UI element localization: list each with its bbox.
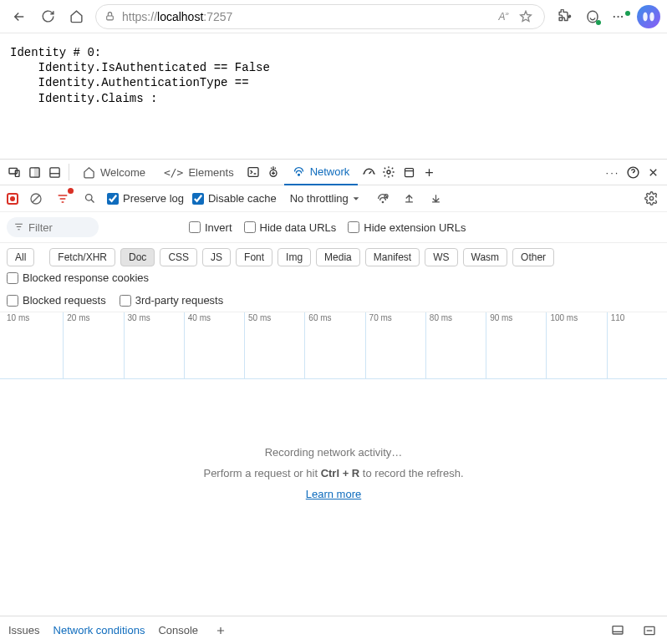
svg-rect-0 <box>107 16 114 20</box>
drawer-tab-network-conditions[interactable]: Network conditions <box>53 624 145 636</box>
type-font[interactable]: Font <box>236 248 272 266</box>
type-doc[interactable]: Doc <box>120 248 155 266</box>
more-tools-icon[interactable]: ··· <box>603 163 622 181</box>
console-icon[interactable] <box>244 163 262 181</box>
sources-icon[interactable] <box>264 163 283 181</box>
close-devtools-icon[interactable] <box>644 163 662 181</box>
tab-network[interactable]: Network <box>284 159 359 185</box>
drawer-expand-icon[interactable] <box>640 621 659 640</box>
extensions-icon[interactable] <box>552 4 577 29</box>
hide-data-urls-checkbox[interactable]: Hide data URLs <box>244 221 337 234</box>
empty-state: Recording network activity… Perform a re… <box>0 379 667 634</box>
type-media[interactable]: Media <box>316 248 360 266</box>
filter-toggle-icon[interactable] <box>53 190 72 208</box>
empty-hint: Perform a request or hit Ctrl + R to rec… <box>203 467 463 479</box>
throttling-select[interactable]: No throttling <box>285 190 365 206</box>
type-all[interactable]: All <box>7 248 34 266</box>
third-party-checkbox[interactable]: 3rd-party requests <box>120 294 224 307</box>
type-fetch[interactable]: Fetch/XHR <box>49 248 115 266</box>
add-tab-icon[interactable] <box>420 163 438 181</box>
settings-icon[interactable] <box>642 190 660 208</box>
svg-rect-17 <box>613 626 623 633</box>
tab-welcome[interactable]: Welcome <box>74 159 154 185</box>
type-js[interactable]: JS <box>202 248 231 266</box>
blocked-requests-checkbox[interactable]: Blocked requests <box>7 294 106 307</box>
svg-point-14 <box>382 201 383 202</box>
preserve-log-checkbox[interactable]: Preserve log <box>107 192 184 205</box>
refresh-button[interactable] <box>35 4 60 29</box>
wallet-icon[interactable] <box>580 4 605 29</box>
memory-icon[interactable] <box>379 163 398 181</box>
type-ws[interactable]: WS <box>425 248 457 266</box>
read-aloud-icon[interactable]: A» <box>499 10 509 23</box>
learn-more-link[interactable]: Learn more <box>306 488 361 500</box>
svg-rect-6 <box>248 168 258 177</box>
import-icon[interactable] <box>400 190 419 208</box>
back-button[interactable] <box>7 4 32 29</box>
timeline-tick: 60 ms <box>304 312 364 379</box>
invert-checkbox[interactable]: Invert <box>189 221 232 234</box>
svg-rect-10 <box>405 168 413 176</box>
tab-label: Network <box>310 165 350 178</box>
blocked-cookies-checkbox[interactable]: Blocked response cookies <box>7 271 149 284</box>
browser-toolbar: https://localhost:7257 A» ··· <box>0 0 667 33</box>
tab-elements[interactable]: </> Elements <box>155 159 242 185</box>
network-conditions-icon[interactable] <box>374 190 392 208</box>
timeline-tick: 90 ms <box>486 312 546 379</box>
svg-point-9 <box>387 170 390 174</box>
drawer-tab-issues[interactable]: Issues <box>8 624 40 636</box>
dock-bottom-icon[interactable] <box>45 163 64 181</box>
devtools-tabbar: Welcome </> Elements Network ··· <box>0 159 667 185</box>
network-toolbar: Preserve log Disable cache No throttling <box>0 185 667 212</box>
timeline-tick: 40 ms <box>184 312 244 379</box>
type-css[interactable]: CSS <box>160 248 197 266</box>
timeline-tick: 70 ms <box>365 312 425 379</box>
copilot-icon[interactable] <box>637 5 660 28</box>
type-wasm[interactable]: Wasm <box>463 248 508 266</box>
svg-point-13 <box>85 195 92 201</box>
timeline-tick: 10 ms <box>0 312 63 379</box>
svg-rect-4 <box>34 167 39 176</box>
drawer-add-icon[interactable] <box>211 621 230 640</box>
timeline-tick: 110 <box>607 312 667 379</box>
lock-icon <box>104 11 115 22</box>
timeline[interactable]: 10 ms20 ms30 ms40 ms50 ms60 ms70 ms80 ms… <box>0 312 667 379</box>
timeline-tick: 20 ms <box>63 312 123 379</box>
address-bar[interactable]: https://localhost:7257 A» <box>95 4 545 29</box>
page-content: Identity # 0: Identity.IsAuthenticated =… <box>0 33 667 159</box>
tab-label: Welcome <box>100 166 145 179</box>
svg-point-16 <box>649 196 653 200</box>
help-icon[interactable] <box>624 163 642 181</box>
type-manifest[interactable]: Manifest <box>365 248 420 266</box>
tab-label: Elements <box>188 166 233 179</box>
type-img[interactable]: Img <box>277 248 311 266</box>
application-icon[interactable] <box>400 163 418 181</box>
performance-icon[interactable] <box>359 163 378 181</box>
timeline-tick: 30 ms <box>124 312 184 379</box>
timeline-tick: 50 ms <box>244 312 304 379</box>
disable-cache-checkbox[interactable]: Disable cache <box>192 192 277 205</box>
search-icon[interactable] <box>80 190 99 208</box>
timeline-tick: 100 ms <box>546 312 606 379</box>
type-other[interactable]: Other <box>512 248 554 266</box>
favorite-icon[interactable] <box>516 4 536 29</box>
more-icon[interactable]: ··· <box>608 4 634 29</box>
filter-icon <box>13 221 24 232</box>
dock-side-icon[interactable] <box>25 163 43 181</box>
drawer-tab-console[interactable]: Console <box>158 624 198 636</box>
empty-title: Recording network activity… <box>265 446 403 459</box>
hide-extension-urls-checkbox[interactable]: Hide extension URLs <box>348 221 466 234</box>
filter-bar: Invert Hide data URLs Hide extension URL… <box>0 212 667 243</box>
clear-icon[interactable] <box>27 190 45 208</box>
device-emulation-icon[interactable] <box>5 163 23 181</box>
record-button[interactable] <box>7 193 18 205</box>
svg-rect-5 <box>49 167 59 176</box>
drawer: Issues Network conditions Console <box>0 616 667 644</box>
svg-point-8 <box>298 174 299 175</box>
home-button[interactable] <box>64 4 89 29</box>
drawer-dock-icon[interactable] <box>608 621 627 640</box>
url-text: https://localhost:7257 <box>122 10 492 23</box>
type-filter-bar: All Fetch/XHR Doc CSS JS Font Img Media … <box>0 243 667 312</box>
export-icon[interactable] <box>427 190 446 208</box>
timeline-tick: 80 ms <box>425 312 486 379</box>
